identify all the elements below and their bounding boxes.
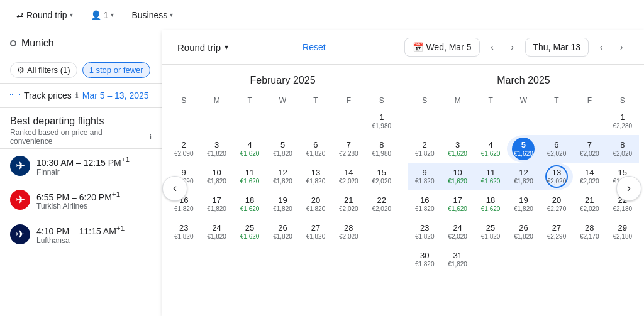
calendar-day[interactable]: 5€1,620 [507,135,540,163]
day-price: €1,820 [174,233,194,241]
filters-row: ⚙ All filters (1) 1 stop or fewer [0,57,162,84]
calendar-prev-button[interactable]: ‹ [162,176,187,201]
calendar-day[interactable]: 10€1,820 [200,163,233,190]
calendar-day[interactable]: 12€1,820 [266,163,299,190]
day-price: €2,280 [339,150,358,158]
day-number: 14 [585,168,594,178]
day-price: €1,820 [415,205,435,213]
calendar-day[interactable]: 13€1,820 [299,163,332,190]
calendar-day[interactable]: 10€1,620 [441,163,474,190]
return-date-selector[interactable]: Thu, Mar 13 [525,38,589,57]
day-number: 11 [245,168,254,178]
calendar-day[interactable]: 1€1,980 [365,107,398,135]
calendar-day[interactable]: 19€1,820 [507,190,540,218]
calendar-day[interactable]: 24€2,020 [441,218,474,246]
calendar-day[interactable]: 27€2,290 [540,218,573,246]
calendar-day[interactable]: 3€1,820 [200,135,233,163]
calendar-day[interactable]: 11€1,620 [233,163,266,190]
calendar-day[interactable]: 1€2,280 [606,107,639,135]
calendar-day[interactable]: 28€2,170 [573,218,606,246]
day-number: 20 [552,195,561,205]
calendar-next-button[interactable]: › [616,176,641,201]
calendar-day[interactable]: 18€1,620 [474,190,507,218]
calendar-day[interactable]: 25€1,820 [474,218,507,246]
calendar-day[interactable]: 5€1,820 [266,135,299,163]
flight-item[interactable]: ✈ 4:10 PM – 11:15 AM+1 Lufthansa [0,217,162,251]
calendar-day [266,107,299,135]
calendar-day[interactable]: 17€1,820 [200,190,233,218]
day-price: €1,620 [481,178,501,185]
february-grid: SMTWTFS1€1,9802€2,0903€1,8204€1,6205€1,8… [167,94,398,246]
calendar-day [167,107,200,135]
calendar-day[interactable]: 11€1,620 [474,163,507,190]
calendar-day[interactable]: 6€2,020 [540,135,573,163]
calendar-day[interactable]: 31€1,820 [441,246,474,273]
calendar-day[interactable]: 23€1,820 [408,218,441,246]
calendar-day[interactable]: 9€1,820 [408,163,441,190]
calendar-day[interactable]: 25€1,620 [233,218,266,246]
day-number: 24 [212,223,221,233]
calendar-day[interactable]: 7€2,280 [332,135,365,163]
calendar-day[interactable]: 4€1,620 [233,135,266,163]
calendar-day[interactable]: 29€2,180 [606,218,639,246]
calendar-day[interactable]: 6€1,820 [299,135,332,163]
calendar-day[interactable]: 22€2,020 [365,190,398,218]
passengers-icon: 👤 [91,10,101,20]
calendar-day[interactable]: 14€2,020 [332,163,365,190]
calendar-day[interactable]: 28€2,020 [332,218,365,246]
day-number: 13 [552,168,561,178]
calendar-day[interactable]: 23€1,820 [167,218,200,246]
calendar-day[interactable]: 30€1,820 [408,246,441,273]
day-number: 6 [313,140,318,150]
class-selector[interactable]: Business ▾ [125,6,179,24]
stop-filter-badge[interactable]: 1 stop or fewer [82,62,150,78]
calendar-day[interactable]: 18€1,620 [233,190,266,218]
calendar-day[interactable]: 7€2,020 [573,135,606,163]
depart-date-selector[interactable]: 📅 Wed, Mar 5 [404,38,479,57]
return-prev-arrow[interactable]: ‹ [594,40,609,55]
calendar-day[interactable]: 20€2,270 [540,190,573,218]
calendar-day[interactable]: 17€1,620 [441,190,474,218]
calendar-day[interactable]: 12€1,820 [507,163,540,190]
day-number: 6 [554,140,558,150]
return-next-arrow[interactable]: › [614,40,629,55]
track-prices-icon: 〰 [10,90,20,101]
all-filters-button[interactable]: ⚙ All filters (1) [10,62,77,78]
depart-next-arrow[interactable]: › [505,40,520,55]
lufthansa-logo: ✈ [10,224,30,244]
day-price: €1,980 [372,150,391,158]
calendar-day[interactable]: 27€1,820 [299,218,332,246]
passengers-selector[interactable]: 👤 1 ▾ [84,6,121,24]
calendar-day[interactable]: 19€1,820 [266,190,299,218]
cal-roundtrip-selector[interactable]: Round trip ▾ [177,42,228,53]
calendar-day[interactable]: 24€1,820 [200,218,233,246]
day-price: €1,620 [448,205,467,213]
calendar-day[interactable]: 3€1,620 [441,135,474,163]
calendar-day[interactable]: 2€1,820 [408,135,441,163]
flight-item[interactable]: ✈ 6:55 PM – 6:20 PM+1 Turkish Airlines [0,183,162,217]
calendar-day[interactable]: 26€1,820 [507,218,540,246]
day-price: €1,820 [306,205,326,213]
calendar-day[interactable]: 15€2,020 [365,163,398,190]
calendar-day[interactable]: 21€2,020 [332,190,365,218]
calendar-day[interactable]: 2€2,090 [167,135,200,163]
calendar-day[interactable]: 14€2,020 [573,163,606,190]
calendar-day[interactable]: 13€2,020 [540,163,573,190]
calendar-day[interactable]: 20€1,820 [299,190,332,218]
calendar-day[interactable]: 26€1,820 [266,218,299,246]
roundtrip-selector[interactable]: ⇄ Round trip ▾ [10,6,79,24]
day-of-week-header: W [507,94,540,107]
calendar-day [332,107,365,135]
flight-item[interactable]: ✈ 10:30 AM – 12:15 PM+1 Finnair [0,148,162,183]
calendar-day[interactable]: 4€1,620 [474,135,507,163]
depart-prev-arrow[interactable]: ‹ [485,40,500,55]
reset-button[interactable]: Reset [303,42,326,52]
day-number: 19 [519,195,528,205]
calendar-day[interactable]: 8€1,980 [365,135,398,163]
calendar-day[interactable]: 16€1,820 [408,190,441,218]
day-price: €2,020 [339,205,358,213]
calendar-day[interactable]: 21€2,020 [573,190,606,218]
top-bar: ⇄ Round trip ▾ 👤 1 ▾ Business ▾ [0,0,644,30]
day-number: 12 [278,168,287,178]
calendar-day[interactable]: 8€2,020 [606,135,639,163]
